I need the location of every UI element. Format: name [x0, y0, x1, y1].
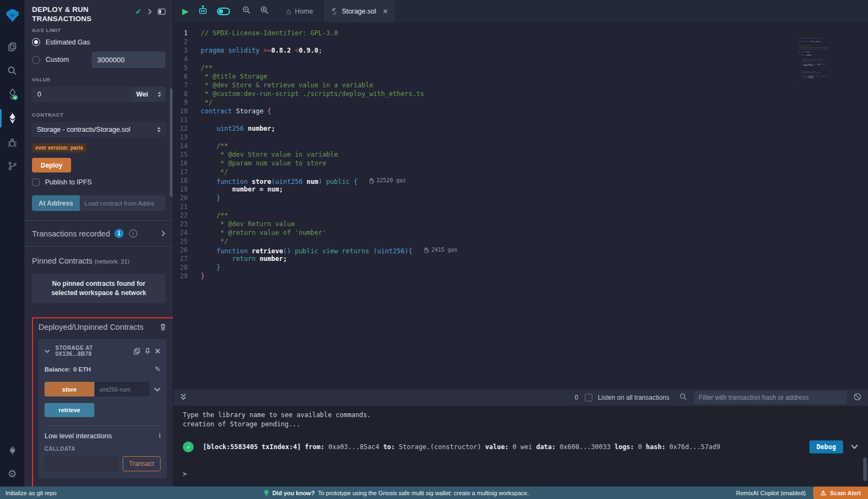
code-line[interactable]: 15 * @dev Store value in variable [174, 150, 868, 159]
code-line[interactable]: 18 function store(uint256 num) public {2… [174, 176, 868, 185]
code-line[interactable]: 24 * @return value of 'number' [174, 228, 868, 237]
clear-console-icon[interactable] [853, 393, 861, 403]
expand-chevron-icon[interactable] [161, 231, 165, 236]
custom-gas-radio[interactable] [32, 56, 40, 64]
transact-button[interactable]: Transact [123, 456, 161, 471]
code-line[interactable]: 11 [174, 116, 868, 124]
git-init-status[interactable]: Initialize as git repo [0, 490, 56, 496]
terminal-collapse-icon[interactable] [180, 393, 187, 402]
line-number[interactable]: 27 [174, 254, 201, 263]
line-number[interactable]: 20 [174, 194, 201, 202]
line-number[interactable]: 19 [174, 185, 201, 194]
file-explorer-icon[interactable] [0, 35, 24, 59]
code-line[interactable]: 8 * @custom:dev-run-script ./scripts/dep… [174, 89, 868, 98]
line-number[interactable]: 22 [174, 211, 201, 220]
debug-button[interactable]: Debug [809, 440, 843, 453]
store-arg-input[interactable] [94, 382, 150, 396]
code-line[interactable]: 17 */ [174, 168, 868, 176]
chevron-right-icon[interactable] [148, 9, 152, 15]
value-unit-select[interactable]: Wei [132, 87, 165, 102]
custom-gas-input[interactable] [92, 52, 165, 68]
line-number[interactable]: 25 [174, 237, 201, 246]
copilot-status[interactable]: RemixAI Copilot (enabled) [736, 490, 813, 496]
zoom-out-icon[interactable] [242, 5, 251, 17]
value-input[interactable] [32, 87, 132, 102]
expand-args-chevron-icon[interactable] [154, 387, 161, 392]
deploy-run-icon[interactable] [0, 106, 24, 130]
line-number[interactable]: 12 [174, 124, 201, 133]
transaction-log-row[interactable]: ✓ [block:5583405 txIndex:4] from: 0xa03.… [183, 440, 868, 453]
code-area[interactable]: 1// SPDX-License-Identifier: GPL-3.023pr… [174, 23, 868, 280]
code-line[interactable]: 26 function retrieve() public view retur… [174, 246, 868, 254]
code-line[interactable]: 27 return number; [174, 254, 868, 263]
pin-panel-icon[interactable] [158, 9, 165, 15]
code-line[interactable]: 28 } [174, 263, 868, 272]
publish-ipfs-checkbox[interactable] [32, 178, 40, 186]
copilot-toggle[interactable] [217, 8, 230, 15]
deploy-button[interactable]: Deploy [32, 158, 71, 172]
code-line[interactable]: 19 number = num; [174, 185, 868, 194]
copy-icon[interactable] [133, 348, 141, 355]
store-button[interactable]: store [44, 382, 94, 396]
estimated-gas-radio[interactable] [32, 38, 40, 46]
trash-icon[interactable] [159, 323, 167, 331]
line-number[interactable]: 11 [174, 116, 201, 124]
line-number[interactable]: 1 [174, 29, 201, 37]
info-icon[interactable]: i [129, 229, 137, 238]
plugin-manager-icon[interactable] [0, 439, 24, 463]
collapse-chevron-icon[interactable] [44, 349, 50, 353]
terminal-filter-input[interactable] [694, 391, 847, 404]
code-line[interactable]: 1// SPDX-License-Identifier: GPL-3.0 [174, 29, 868, 37]
line-number[interactable]: 16 [174, 159, 201, 168]
code-line[interactable]: 7 * @dev Store & retrieve value in a var… [174, 81, 868, 89]
code-line[interactable]: 9 */ [174, 98, 868, 107]
code-line[interactable]: 10contract Storage { [174, 107, 868, 116]
line-number[interactable]: 4 [174, 55, 201, 63]
line-number[interactable]: 8 [174, 89, 201, 98]
editor-minimap[interactable]: // SPDX-License-Identifier: GPL-3.0pragm… [797, 38, 828, 82]
settings-gear-icon[interactable]: ⚙ [0, 463, 24, 484]
line-number[interactable]: 14 [174, 142, 201, 150]
code-line[interactable]: 21 [174, 202, 868, 211]
remix-logo-icon[interactable] [0, 3, 24, 27]
at-address-button[interactable]: At Address [32, 195, 80, 211]
code-line[interactable]: 6 * @title Storage [174, 72, 868, 81]
code-line[interactable]: 16 * @param num value to store [174, 159, 868, 168]
terminal-body[interactable]: Type the library name to see available c… [174, 406, 868, 487]
line-number[interactable]: 9 [174, 98, 201, 107]
line-number[interactable]: 7 [174, 81, 201, 89]
terminal-scrollbar[interactable] [863, 457, 867, 481]
code-line[interactable]: 23 * @dev Return value [174, 220, 868, 228]
line-number[interactable]: 26 [174, 246, 201, 254]
transactions-recorded-row[interactable]: Transactions recorded 1 i [32, 221, 165, 246]
line-number[interactable]: 13 [174, 133, 201, 142]
git-icon[interactable] [0, 154, 24, 178]
code-line[interactable]: 5/** [174, 63, 868, 72]
code-line[interactable]: 14 /** [174, 142, 868, 150]
line-number[interactable]: 28 [174, 263, 201, 272]
code-line[interactable]: 25 */ [174, 237, 868, 246]
code-line[interactable]: 20 } [174, 194, 868, 202]
line-number[interactable]: 23 [174, 220, 201, 228]
line-number[interactable]: 6 [174, 72, 201, 81]
line-number[interactable]: 5 [174, 63, 201, 72]
code-line[interactable]: 13 [174, 133, 868, 142]
code-line[interactable]: 12 uint256 number; [174, 124, 868, 133]
line-number[interactable]: 29 [174, 272, 201, 280]
close-instance-icon[interactable]: ✕ [155, 347, 161, 355]
line-number[interactable]: 2 [174, 37, 201, 46]
code-line[interactable]: 3pragma solidity >=0.8.2 <0.9.0; [174, 46, 868, 55]
low-level-info-icon[interactable]: i [159, 432, 161, 440]
code-line[interactable]: 4 [174, 55, 868, 63]
line-number[interactable]: 3 [174, 46, 201, 55]
close-tab-icon[interactable]: ✕ [382, 8, 388, 15]
tx-expand-chevron-icon[interactable] [851, 443, 858, 452]
panel-scrollbar[interactable] [170, 88, 173, 197]
contract-select[interactable]: Storage - contracts/Storage.sol [32, 122, 165, 137]
code-line[interactable]: 22 /** [174, 211, 868, 220]
tab-storage-sol[interactable]: Storage.sol ✕ [323, 0, 395, 22]
code-line[interactable]: 29} [174, 272, 868, 280]
tab-home[interactable]: ⌂ Home [277, 0, 323, 22]
remixai-robot-icon[interactable] [197, 5, 208, 17]
line-number[interactable]: 21 [174, 202, 201, 211]
